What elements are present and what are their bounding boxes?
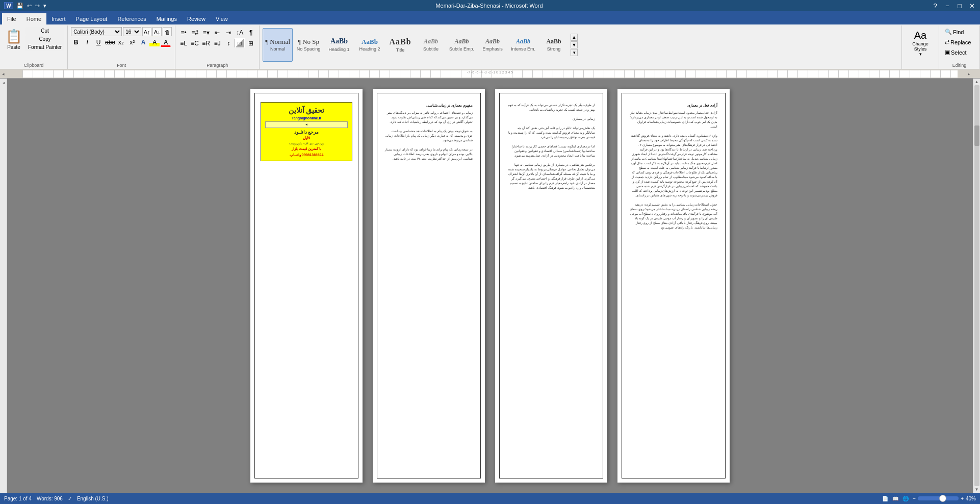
clear-formatting-button[interactable]: 🗑 xyxy=(163,27,172,36)
ruler: -7 -6 -5 -4 -3 -2 -1 0 1 2 3 4 5 xyxy=(22,70,958,78)
tab-view[interactable]: View xyxy=(211,13,233,24)
sort-button[interactable]: ↕A xyxy=(235,27,245,37)
select-button[interactable]: ▣ Select xyxy=(942,47,969,57)
left-sidebar: ◂ xyxy=(0,79,7,493)
vertical-scrollbar[interactable]: ▲ ▼ xyxy=(973,79,980,493)
tab-references[interactable]: References xyxy=(112,13,151,24)
style-subtitle[interactable]: AaBb Subtitle xyxy=(416,28,446,62)
language-indicator[interactable]: English (U.S.) xyxy=(77,496,109,501)
change-styles-button[interactable]: Aa Change Styles ▾ xyxy=(905,27,936,59)
tab-file[interactable]: File xyxy=(2,13,21,24)
editing-label: Editing xyxy=(939,63,979,68)
style-normal[interactable]: ¶ Normal Normal xyxy=(263,28,293,62)
decrease-indent-button[interactable]: ⇤ xyxy=(212,27,222,37)
align-right-button[interactable]: ≡R xyxy=(201,38,211,48)
style-subtle-emphasis-label: Subtle Emp. xyxy=(449,46,474,52)
page-4: آزادی فعل در معماری آزادی فعل معمار محدو… xyxy=(617,89,730,483)
scroll-thumb[interactable] xyxy=(974,125,979,146)
undo-button[interactable]: ↩ xyxy=(26,3,33,9)
justify-button[interactable]: ≡J xyxy=(212,38,222,48)
scroll-up-button[interactable]: ▲ xyxy=(975,80,979,84)
close-button[interactable]: ✕ xyxy=(968,2,976,10)
styles-expand[interactable]: ▾ xyxy=(571,49,578,56)
zoom-out-button[interactable]: − xyxy=(913,496,916,501)
style-normal-preview: ¶ Normal xyxy=(265,38,290,46)
tab-review[interactable]: Review xyxy=(182,13,211,24)
bold-button[interactable]: B xyxy=(71,37,81,47)
grow-font-button[interactable]: A↑ xyxy=(142,27,151,36)
page-indicator[interactable]: Page: 1 of 4 xyxy=(4,496,32,501)
increase-indent-button[interactable]: ⇥ xyxy=(223,27,234,37)
replace-button[interactable]: ⇄ Replace xyxy=(942,37,973,47)
line-spacing-button[interactable]: ↕ xyxy=(223,38,234,48)
highlight-color-button[interactable]: A xyxy=(149,37,160,47)
help-button[interactable]: ? xyxy=(931,2,939,10)
cut-button[interactable]: Cut xyxy=(25,27,64,35)
tab-page-layout[interactable]: Page Layout xyxy=(71,13,113,24)
style-intense-emphasis-preview: AaBb xyxy=(516,38,530,45)
style-strong[interactable]: AaBb Strong xyxy=(539,28,569,62)
show-hide-button[interactable]: ¶ xyxy=(246,27,256,37)
document-area[interactable]: تحقیق آنلاین Tahghighonline.ir ◄ مرجع دا… xyxy=(7,79,973,493)
save-button[interactable]: 💾 xyxy=(15,3,24,9)
paragraph-row2: ≡L ≡C ≡R ≡J ↕ □ ⊞ xyxy=(178,38,256,48)
shrink-font-button[interactable]: A↓ xyxy=(152,27,162,36)
underline-button[interactable]: U xyxy=(93,37,104,47)
paste-button[interactable]: 📋 Paste xyxy=(3,27,24,52)
paragraph-label: Paragraph xyxy=(175,63,259,68)
view-reading-button[interactable]: 📖 xyxy=(892,496,898,501)
page-1: تحقیق آنلاین Tahghighonline.ir ◄ مرجع دا… xyxy=(250,89,363,483)
align-left-button[interactable]: ≡L xyxy=(178,38,189,48)
view-normal-button[interactable]: 📄 xyxy=(882,496,888,501)
scroll-down-button[interactable]: ▼ xyxy=(975,487,979,492)
left-sidebar-toggle[interactable]: ◂ xyxy=(3,81,5,85)
align-center-button[interactable]: ≡C xyxy=(190,38,200,48)
style-emphasis[interactable]: AaBb Emphasis xyxy=(478,28,507,62)
style-heading1-label: Heading 1 xyxy=(328,47,349,52)
strikethrough-button[interactable]: abc xyxy=(105,37,115,47)
style-subtle-emphasis[interactable]: AaBb Subtle Emp. xyxy=(447,28,477,62)
customize-quick-access-button[interactable]: ▾ xyxy=(42,3,47,9)
spell-check-icon[interactable]: ✓ xyxy=(68,496,72,501)
numbering-button[interactable]: ≡# xyxy=(190,27,200,37)
style-heading2[interactable]: AaBb Heading 2 xyxy=(355,28,384,62)
subscript-button[interactable]: x₂ xyxy=(116,37,126,47)
ad-price-label: با کمترین قیمت بازار xyxy=(264,146,349,152)
scroll-track xyxy=(974,85,979,486)
minimize-button[interactable]: − xyxy=(943,2,951,10)
redo-button[interactable]: ↪ xyxy=(34,3,41,9)
italic-button[interactable]: I xyxy=(82,37,92,47)
styles-scroll-up[interactable]: ▲ xyxy=(571,34,578,41)
style-no-spacing[interactable]: ¶ No Sp No Spacing xyxy=(294,28,323,62)
font-name-select[interactable]: Calibri (Body) xyxy=(71,27,122,36)
borders-button[interactable]: ⊞ xyxy=(246,38,256,48)
styles-scroll-down[interactable]: ▼ xyxy=(571,41,578,48)
tab-home[interactable]: Home xyxy=(21,13,46,24)
format-painter-button[interactable]: Format Painter xyxy=(25,43,64,51)
tab-mailings[interactable]: Mailings xyxy=(151,13,182,24)
superscript-button[interactable]: x² xyxy=(127,37,137,47)
multilevel-list-button[interactable]: ≡▾ xyxy=(201,27,211,37)
style-emphasis-label: Emphasis xyxy=(482,46,503,52)
zoom-level[interactable]: 40% xyxy=(966,496,976,501)
bullets-button[interactable]: ≡• xyxy=(178,27,189,37)
style-title[interactable]: AaBb Title xyxy=(385,28,415,62)
ad-box: تحقیق آنلاین Tahghighonline.ir ◄ مرجع دا… xyxy=(261,102,352,161)
font-size-select[interactable]: 16 xyxy=(123,27,141,36)
copy-button[interactable]: Copy xyxy=(25,35,64,43)
shading-button[interactable]: □ xyxy=(235,38,245,48)
word-count[interactable]: Words: 906 xyxy=(37,496,63,501)
text-effects-button[interactable]: A xyxy=(138,37,148,47)
zoom-thumb[interactable] xyxy=(939,495,946,502)
style-intense-emphasis[interactable]: AaBb Intense Em. xyxy=(508,28,538,62)
zoom-slider[interactable] xyxy=(918,496,959,500)
select-icon: ▣ xyxy=(945,49,950,56)
style-heading1[interactable]: AaBb Heading 1 xyxy=(324,28,354,62)
zoom-in-button[interactable]: + xyxy=(961,496,964,501)
maximize-button[interactable]: □ xyxy=(956,2,964,10)
find-button[interactable]: 🔍 Find xyxy=(942,27,966,37)
view-web-button[interactable]: 🌐 xyxy=(902,496,909,501)
tab-insert[interactable]: Insert xyxy=(46,13,71,24)
styles-gallery: ¶ Normal Normal ¶ No Sp No Spacing AaBb … xyxy=(260,26,902,69)
font-color-button[interactable]: A xyxy=(161,37,171,47)
